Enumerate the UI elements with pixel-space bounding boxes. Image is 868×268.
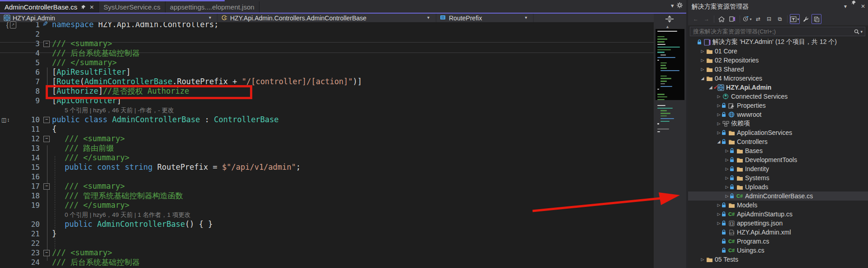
chevron-collapsed-icon[interactable]: ▷ — [716, 103, 722, 108]
codelens-row[interactable]: 5 个引用 | hzy6，46 天前 | -作者，- 更改 — [0, 105, 362, 115]
collapse-toggle[interactable]: − — [43, 250, 50, 256]
chevron-collapsed-icon[interactable]: ▷ — [724, 176, 730, 180]
chevron-down-icon[interactable]: ▾ — [860, 29, 863, 34]
type-dropdown[interactable]: HZY.Api.Admin.Controllers.AdminControlle… — [217, 14, 436, 22]
chevron-collapsed-icon[interactable]: ▷ — [716, 221, 722, 225]
minimap-scrollbar[interactable]: ▲ — [654, 14, 686, 268]
chevron-collapsed-icon[interactable]: ▷ — [724, 148, 730, 153]
tree-item-systems[interactable]: ▷Systems — [688, 173, 868, 182]
solution-search-box[interactable]: ▾ — [690, 27, 865, 36]
line-number: 22 — [0, 239, 40, 248]
chevron-collapsed-icon[interactable]: ▷ — [700, 67, 705, 72]
chevron-expanded-icon[interactable]: ◢ — [716, 139, 722, 144]
chevron-collapsed-icon[interactable]: ▷ — [700, 257, 705, 262]
pin-icon[interactable] — [81, 5, 86, 10]
tree-item--hzy-admin-12-12-[interactable]: 解决方案 'HZY.Admin' (12 个项目，共 12 个) — [688, 38, 868, 47]
svg-text:</>: </> — [729, 231, 734, 234]
outlining-margin — [40, 258, 52, 267]
editor-options-gear-icon[interactable] — [677, 2, 683, 9]
chevron-collapsed-icon[interactable]: ▷ — [724, 167, 730, 171]
properties-wrench-button[interactable] — [801, 14, 811, 24]
collapse-toggle[interactable]: − — [43, 183, 50, 190]
back-button[interactable]: ← — [691, 14, 701, 24]
tree-item-bases[interactable]: ▷Bases — [688, 146, 868, 155]
chevron-collapsed-icon[interactable]: ▷ — [724, 158, 730, 162]
search-icon[interactable] — [854, 29, 859, 34]
switch-views-button[interactable] — [727, 14, 737, 24]
tree-item-admincontrollerbase-cs[interactable]: ▷C#AdminControllerBase.cs — [688, 191, 868, 201]
tree-item-program-cs[interactable]: C#Program.cs — [688, 237, 868, 246]
chevron-collapsed-icon[interactable]: ▷ — [716, 212, 722, 216]
home-button[interactable] — [717, 14, 726, 24]
chevron-collapsed-icon[interactable]: ▷ — [716, 112, 722, 117]
tree-item-wwwroot[interactable]: ▷wwwroot — [688, 110, 868, 119]
chevron-collapsed-icon[interactable]: ▷ — [716, 94, 722, 99]
tree-item-hzy-api-admin[interactable]: ◢✓HZY.Api.Admin — [688, 83, 868, 92]
collapse-toggle[interactable]: − — [43, 136, 50, 142]
line-text: /// 后台系统基础控制器 — [52, 48, 140, 58]
close-icon[interactable]: ✕ — [861, 0, 865, 13]
code-line-7: 7[Route(AdminControllerBase.RoutePrefix … — [0, 77, 362, 86]
line-text: /// <summary> — [52, 39, 112, 48]
pin-icon[interactable] — [851, 0, 856, 13]
collapse-all-button[interactable]: ⊟ — [764, 14, 774, 24]
tree-item-usings-cs[interactable]: C#Usings.cs — [688, 246, 868, 255]
tree-item-label: DevelopmentTools — [745, 156, 797, 163]
line-text — [52, 172, 52, 182]
project-dropdown[interactable]: HZY.Api.Admin ▾ — [0, 14, 217, 22]
tab-sysuserservice-cs[interactable]: SysUserService.cs — [99, 1, 165, 13]
minimap-viewport[interactable] — [656, 29, 684, 100]
editor-splitter-handle[interactable] — [665, 15, 675, 23]
pending-changes-filter-button[interactable]: ▾ — [742, 14, 752, 24]
tree-item-controllers[interactable]: ◢Controllers — [688, 137, 868, 146]
tree-item-01-core[interactable]: ▷01 Core — [688, 47, 868, 56]
chevron-collapsed-icon[interactable]: ▷ — [716, 130, 722, 135]
tree-item-connected-services[interactable]: ▷Connected Services — [688, 92, 868, 101]
chevron-collapsed-icon[interactable]: ▷ — [716, 203, 722, 207]
collapse-toggle[interactable]: − — [43, 117, 50, 123]
tree-item-models[interactable]: ▷Models — [688, 201, 868, 210]
preview-selected-button[interactable]: ⧉ — [775, 14, 785, 24]
lock-icon — [722, 220, 727, 226]
code-editor[interactable]: 1namespace HZY.Api.Admin.Controllers;23−… — [0, 22, 654, 268]
code-fix-icon[interactable]: ✎ — [42, 20, 48, 28]
tab-admincontrollerbase-cs[interactable]: AdminControllerBase.cs✕ — [0, 1, 99, 13]
chevron-collapsed-icon[interactable]: ▷ — [724, 194, 730, 198]
tree-item-apiadminstartup-cs[interactable]: ▷C#ApiAdminStartup.cs — [688, 210, 868, 219]
chevron-collapsed-icon[interactable]: ▷ — [700, 58, 705, 62]
member-dropdown[interactable]: RoutePrefix ▾ — [436, 14, 533, 22]
tree-item-02-repositories[interactable]: ▷02 Repositories — [688, 56, 868, 65]
tree-item-developmenttools[interactable]: ▷DevelopmentTools — [688, 155, 868, 164]
tree-item-applicationservices[interactable]: ▷ApplicationServices — [688, 128, 868, 137]
window-position-chevron-icon[interactable]: ▾ — [844, 0, 847, 13]
show-all-files-button[interactable] — [811, 14, 821, 24]
document-list-chevron-icon[interactable]: ▾ — [671, 2, 674, 9]
scroll-up-arrow-icon[interactable]: ▲ — [665, 24, 670, 29]
tree-item-properties[interactable]: ▷Properties — [688, 101, 868, 110]
tree-item-03-shared[interactable]: ▷03 Shared — [688, 65, 868, 74]
tab-appsettings-elopment-json[interactable]: appsettings....elopment.json — [165, 1, 259, 13]
collapse-toggle[interactable]: − — [43, 41, 50, 47]
tree-item-04-microservices[interactable]: ◢04 Microservices — [688, 74, 868, 83]
close-icon[interactable]: ✕ — [90, 4, 94, 10]
chevron-expanded-icon[interactable]: ◢ — [708, 85, 713, 90]
lock-icon — [722, 103, 727, 108]
filter-dropdown-button[interactable]: ▾ — [790, 14, 800, 24]
tree-item-appsettings-json[interactable]: ▷{}appsettings.json — [688, 219, 868, 228]
tree-item-label: Program.cs — [737, 238, 769, 245]
chevron-collapsed-icon[interactable]: ▷ — [716, 121, 722, 126]
tree-item--[interactable]: ▷依赖项 — [688, 119, 868, 128]
sync-with-active-document-button[interactable]: ⇄ — [753, 14, 763, 24]
outlining-margin — [40, 77, 52, 86]
forward-button[interactable]: → — [702, 14, 712, 24]
inheritance-margin-icon[interactable]: ◫↕ — [1, 117, 9, 123]
tree-item-05-tests[interactable]: ▷05 Tests — [688, 255, 868, 264]
chevron-collapsed-icon[interactable]: ▷ — [724, 185, 730, 189]
tree-item-uploads[interactable]: ▷Uploads — [688, 182, 868, 191]
line-number: 11 — [0, 124, 40, 134]
tree-item-indentity[interactable]: ▷Indentity — [688, 164, 868, 173]
search-input[interactable] — [690, 28, 854, 35]
chevron-expanded-icon[interactable]: ◢ — [700, 76, 705, 81]
chevron-collapsed-icon[interactable]: ▷ — [700, 49, 705, 53]
tree-item-hzy-api-admin-xml[interactable]: </>HZY.Api.Admin.xml — [688, 228, 868, 237]
